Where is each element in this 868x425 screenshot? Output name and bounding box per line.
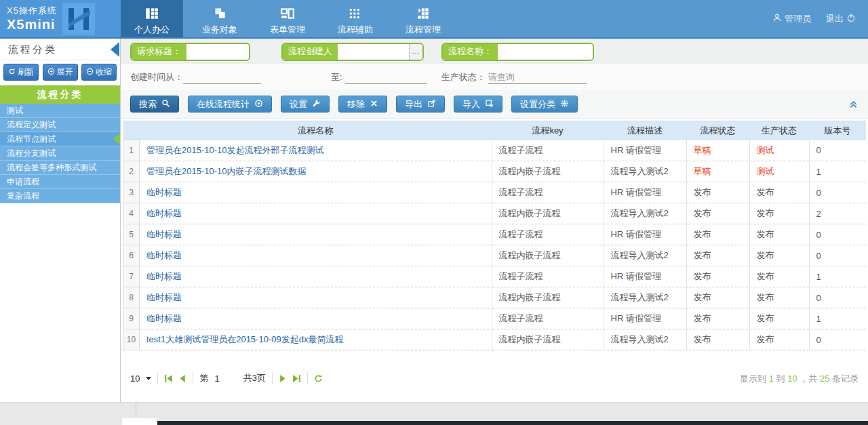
process-key-cell: 流程内嵌子流程 — [492, 287, 604, 308]
prev-page-button[interactable] — [178, 374, 186, 383]
last-page-button[interactable] — [292, 374, 301, 383]
tree-item[interactable]: 复杂流程 — [0, 189, 120, 203]
process-name-input[interactable] — [498, 44, 593, 60]
date-from-input[interactable] — [183, 70, 261, 84]
selected-arrow-icon — [113, 134, 120, 144]
process-link[interactable]: 临时标题 — [146, 229, 182, 239]
person-icon — [772, 13, 782, 24]
user-name-label: 管理员 — [785, 13, 811, 25]
nav-tab-label: 表单管理 — [270, 24, 305, 35]
process-table-area: 流程名称流程key流程描述流程状态生产状态版本号 1管理员在2015-10-10… — [123, 121, 866, 350]
process-table: 流程名称流程key流程描述流程状态生产状态版本号 1管理员在2015-10-10… — [123, 121, 866, 350]
process-link[interactable]: 临时标题 — [146, 313, 182, 323]
body-row: 流程分类 刷新展开收缩 流程分类 测试流程定义测试流程节点测试流程分支测试流程会… — [0, 39, 868, 402]
next-page-button[interactable] — [279, 374, 288, 383]
reload-icon[interactable] — [314, 374, 323, 383]
nav-tab-1[interactable]: 个人办公 — [121, 0, 183, 37]
tree-item[interactable]: 流程定义测试 — [0, 118, 120, 132]
version-cell: 0 — [809, 287, 866, 308]
page-prefix-label: 第 — [199, 372, 208, 384]
tree-tool-button-3[interactable]: 收缩 — [81, 64, 117, 81]
collapse-icon — [86, 68, 94, 77]
process-desc-cell: HR 请假管理 — [604, 140, 686, 161]
production-status-cell: 发布 — [749, 182, 809, 203]
process-creator-label: 流程创建人 — [283, 44, 338, 60]
tree-tool-button-1[interactable]: 刷新 — [3, 64, 39, 81]
process-desc-cell: HR 请假管理 — [604, 308, 686, 329]
column-header: 流程key — [492, 121, 604, 140]
export-button[interactable]: 导出 — [396, 96, 445, 113]
process-status-cell: 发布 — [686, 245, 749, 266]
tree-item[interactable]: 流程分支测试 — [0, 146, 120, 161]
set-category-button[interactable]: 设置分类 — [511, 96, 578, 113]
process-link[interactable]: 临时标题 — [146, 271, 182, 281]
online-process-stats-button[interactable]: 在线流程统计 — [188, 96, 272, 113]
column-header: 流程描述 — [604, 121, 686, 140]
settings-button[interactable]: 设置 — [281, 96, 330, 113]
caret-down-icon — [146, 377, 151, 380]
process-creator-input[interactable] — [338, 44, 409, 60]
import-icon — [485, 99, 494, 110]
table-row: 7临时标题流程子流程HR 请假管理发布发布1 — [123, 266, 867, 287]
production-status-cell: 发布 — [749, 308, 809, 329]
first-page-button[interactable] — [164, 374, 173, 383]
date-to-input[interactable] — [345, 70, 427, 84]
version-cell: 1 — [809, 266, 866, 287]
tree-item[interactable]: 流程会签等多种形式测试 — [0, 161, 120, 175]
row-number-cell: 2 — [123, 161, 140, 182]
nav-tab-3[interactable]: 表单管理 — [256, 0, 319, 37]
process-link[interactable]: 临时标题 — [146, 250, 182, 260]
page-footer — [0, 402, 868, 425]
process-link[interactable]: 临时标题 — [146, 292, 182, 302]
process-link[interactable]: test1大雄测试管理员在2015-10-09发起dx最简流程 — [146, 334, 343, 344]
column-header: 流程名称 — [140, 121, 492, 140]
process-name-cell: 临时标题 — [140, 308, 492, 329]
date-from-label: 创建时间从： — [130, 71, 183, 83]
sidebar-panel-title: 流程分类 — [0, 39, 120, 60]
search-button[interactable]: 搜索 — [130, 96, 179, 113]
process-link[interactable]: 临时标题 — [146, 208, 182, 218]
logout-button[interactable]: 退出 — [826, 13, 856, 25]
sidebar-collapse-arrow-icon[interactable] — [111, 42, 119, 57]
wrench-icon — [312, 99, 321, 110]
logout-label: 退出 — [826, 13, 844, 25]
production-status-cell: 发布 — [749, 287, 809, 308]
tree-item[interactable]: 申请流程 — [0, 175, 120, 189]
process-link[interactable]: 管理员在2015-10-10内嵌子流程测试数据 — [146, 166, 307, 176]
process-status-cell: 发布 — [686, 224, 749, 245]
search-filters-row: 创建时间从： 至: 生产状态： — [121, 64, 868, 90]
request-title-input[interactable] — [186, 44, 249, 60]
nav-tab-5[interactable]: 流程管理 — [392, 0, 454, 37]
process-link[interactable]: 管理员在2015-10-10发起流程外部子流程测试 — [146, 145, 324, 155]
row-number-cell: 1 — [123, 140, 140, 161]
tree-item[interactable]: 流程节点测试 — [0, 132, 120, 146]
search-icon — [161, 99, 170, 110]
process-name-cell: 管理员在2015-10-10内嵌子流程测试数据 — [140, 161, 492, 182]
process-status-cell: 发布 — [686, 266, 749, 287]
current-page-input[interactable]: 1 — [214, 373, 219, 384]
tree-title: 流程分类 — [0, 85, 120, 104]
version-cell: 0 — [809, 245, 866, 266]
prod-status-select[interactable] — [488, 70, 587, 84]
toolbar-button-label: 导出 — [405, 98, 422, 110]
process-name-cell: 临时标题 — [140, 287, 492, 308]
process-link[interactable]: 临时标题 — [146, 187, 182, 197]
import-button[interactable]: 导入 — [454, 96, 502, 113]
current-user[interactable]: 管理员 — [772, 13, 811, 25]
chevrons-up-icon[interactable] — [848, 99, 859, 112]
row-number-cell: 9 — [123, 308, 140, 329]
tree-item[interactable]: 测试 — [0, 104, 120, 118]
top-header: X5操作系统 X5mini 个人办公业务对象表单管理流程辅助流程管理 管理员 退… — [0, 0, 868, 39]
creator-picker-button[interactable]: … — [409, 44, 422, 60]
table-row: 9临时标题流程子流程HR 请假管理发布发布1 — [123, 308, 867, 329]
row-number-cell: 5 — [123, 224, 140, 245]
gear-icon — [560, 99, 569, 110]
stacked-squares-icon — [189, 6, 251, 22]
export-icon — [427, 99, 436, 110]
nav-tab-4[interactable]: 流程辅助 — [324, 0, 387, 37]
nav-tab-2[interactable]: 业务对象 — [189, 0, 251, 37]
tree-tool-button-2[interactable]: 展开 — [43, 64, 78, 81]
process-status-cell: 草稿 — [686, 161, 749, 182]
remove-button[interactable]: 移除 — [338, 96, 387, 113]
page-size-select[interactable]: 10 — [130, 373, 151, 384]
